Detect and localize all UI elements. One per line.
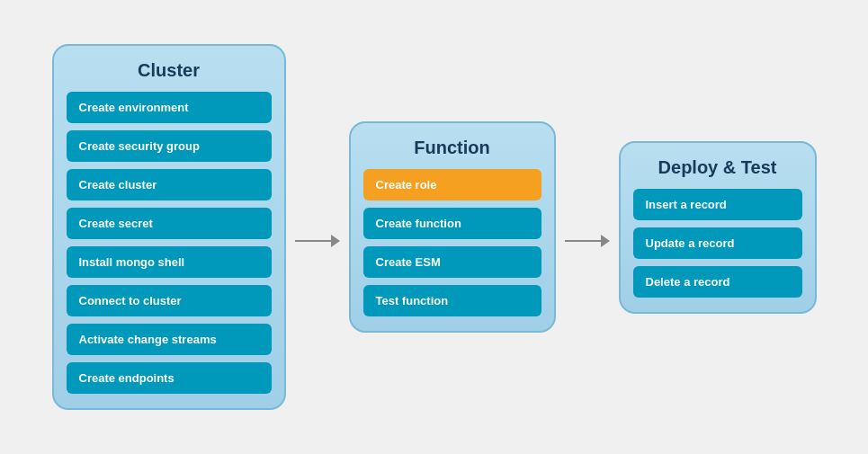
deploy-column: Deploy & Test Insert a record Update a r… [619, 141, 817, 314]
arrow-shaft-2 [565, 240, 601, 242]
function-panel: Function Create role Create function Cre… [349, 121, 556, 333]
function-item-3[interactable]: Test function [363, 285, 541, 316]
cluster-column: Cluster Create environment Create securi… [52, 44, 286, 410]
function-item-1[interactable]: Create function [363, 208, 541, 239]
arrow-2 [556, 235, 619, 247]
cluster-item-0[interactable]: Create environment [67, 92, 272, 123]
deploy-panel: Deploy & Test Insert a record Update a r… [619, 141, 817, 314]
cluster-item-1[interactable]: Create security group [67, 130, 272, 162]
cluster-item-2[interactable]: Create cluster [67, 169, 272, 200]
arrow-line-2 [565, 235, 610, 247]
arrow-line-1 [295, 235, 340, 247]
arrow-head-1 [331, 235, 340, 247]
function-title: Function [363, 138, 541, 158]
cluster-item-3[interactable]: Create secret [67, 208, 272, 239]
cluster-item-4[interactable]: Install mongo shell [67, 246, 272, 278]
cluster-item-7[interactable]: Create endpoints [67, 362, 272, 394]
arrow-shaft-1 [295, 240, 331, 242]
cluster-item-5[interactable]: Connect to cluster [67, 285, 272, 316]
arrow-head-2 [601, 235, 610, 247]
deploy-title: Deploy & Test [633, 157, 802, 178]
function-item-2[interactable]: Create ESM [363, 246, 541, 278]
diagram: Cluster Create environment Create securi… [34, 26, 835, 428]
cluster-panel: Cluster Create environment Create securi… [52, 44, 286, 410]
deploy-item-2[interactable]: Delete a record [633, 266, 802, 298]
cluster-item-6[interactable]: Activate change streams [67, 324, 272, 355]
function-column: Function Create role Create function Cre… [349, 121, 556, 333]
deploy-item-1[interactable]: Update a record [633, 227, 802, 259]
arrow-1 [286, 235, 349, 247]
cluster-title: Cluster [67, 60, 272, 81]
deploy-item-0[interactable]: Insert a record [633, 189, 802, 220]
function-item-0[interactable]: Create role [363, 169, 541, 200]
